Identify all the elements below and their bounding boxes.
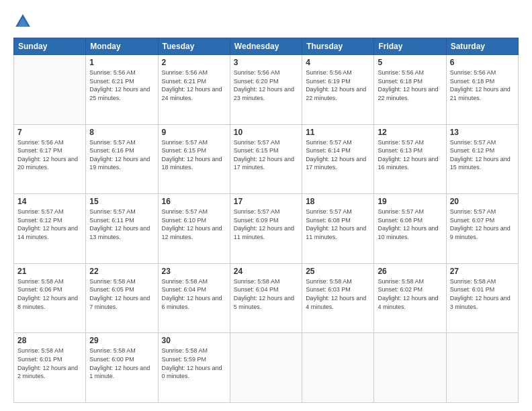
calendar-cell: 23Sunrise: 5:58 AMSunset: 6:04 PMDayligh…	[158, 263, 230, 333]
calendar-table: SundayMondayTuesdayWednesdayThursdayFrid…	[13, 38, 519, 403]
calendar-cell: 24Sunrise: 5:58 AMSunset: 6:04 PMDayligh…	[230, 263, 302, 333]
day-info: Sunrise: 5:56 AMSunset: 6:21 PMDaylight:…	[89, 68, 154, 102]
day-number: 16	[162, 197, 226, 206]
calendar-cell: 11Sunrise: 5:57 AMSunset: 6:14 PMDayligh…	[302, 124, 374, 194]
day-number: 23	[162, 267, 226, 276]
calendar-cell: 8Sunrise: 5:57 AMSunset: 6:16 PMDaylight…	[86, 124, 158, 194]
day-info: Sunrise: 5:58 AMSunset: 6:05 PMDaylight:…	[89, 277, 154, 311]
day-info: Sunrise: 5:58 AMSunset: 6:02 PMDaylight:…	[378, 277, 442, 311]
day-info: Sunrise: 5:56 AMSunset: 6:20 PMDaylight:…	[234, 68, 298, 102]
header-day-tuesday: Tuesday	[158, 38, 230, 55]
logo	[13, 12, 35, 31]
calendar-cell: 5Sunrise: 5:56 AMSunset: 6:18 PMDaylight…	[374, 55, 446, 125]
day-number: 9	[162, 128, 226, 137]
day-number: 26	[378, 267, 442, 276]
calendar-cell: 28Sunrise: 5:58 AMSunset: 6:01 PMDayligh…	[14, 333, 86, 403]
calendar-week-1: 1Sunrise: 5:56 AMSunset: 6:21 PMDaylight…	[14, 55, 519, 125]
day-number: 30	[162, 336, 226, 345]
calendar-body: 1Sunrise: 5:56 AMSunset: 6:21 PMDaylight…	[14, 55, 519, 403]
day-info: Sunrise: 5:57 AMSunset: 6:11 PMDaylight:…	[89, 208, 154, 241]
header-day-wednesday: Wednesday	[230, 38, 302, 55]
day-info: Sunrise: 5:57 AMSunset: 6:15 PMDaylight:…	[234, 138, 298, 172]
calendar-cell: 10Sunrise: 5:57 AMSunset: 6:15 PMDayligh…	[230, 124, 302, 194]
day-number: 22	[89, 267, 154, 276]
day-info: Sunrise: 5:57 AMSunset: 6:10 PMDaylight:…	[162, 208, 226, 241]
day-number: 3	[234, 58, 298, 67]
calendar-cell: 22Sunrise: 5:58 AMSunset: 6:05 PMDayligh…	[86, 263, 158, 333]
calendar-cell: 3Sunrise: 5:56 AMSunset: 6:20 PMDaylight…	[230, 55, 302, 125]
calendar-cell: 16Sunrise: 5:57 AMSunset: 6:10 PMDayligh…	[158, 194, 230, 264]
day-info: Sunrise: 5:58 AMSunset: 6:00 PMDaylight:…	[89, 347, 154, 380]
calendar-cell: 1Sunrise: 5:56 AMSunset: 6:21 PMDaylight…	[86, 55, 158, 125]
calendar-cell: 20Sunrise: 5:57 AMSunset: 6:07 PMDayligh…	[446, 194, 518, 264]
day-info: Sunrise: 5:58 AMSunset: 6:01 PMDaylight:…	[17, 347, 82, 380]
calendar-header: SundayMondayTuesdayWednesdayThursdayFrid…	[14, 38, 519, 55]
day-number: 25	[306, 267, 370, 276]
calendar-cell	[302, 333, 374, 403]
calendar-cell: 14Sunrise: 5:57 AMSunset: 6:12 PMDayligh…	[14, 194, 86, 264]
day-number: 5	[378, 58, 442, 67]
day-info: Sunrise: 5:57 AMSunset: 6:09 PMDaylight:…	[234, 208, 298, 241]
calendar-cell: 29Sunrise: 5:58 AMSunset: 6:00 PMDayligh…	[86, 333, 158, 403]
day-info: Sunrise: 5:57 AMSunset: 6:12 PMDaylight:…	[17, 208, 82, 241]
day-info: Sunrise: 5:57 AMSunset: 6:15 PMDaylight:…	[162, 138, 226, 172]
header-day-sunday: Sunday	[14, 38, 86, 55]
calendar-cell: 18Sunrise: 5:57 AMSunset: 6:08 PMDayligh…	[302, 194, 374, 264]
day-number: 19	[378, 197, 442, 206]
calendar-cell: 13Sunrise: 5:57 AMSunset: 6:12 PMDayligh…	[446, 124, 518, 194]
day-number: 20	[450, 197, 515, 206]
day-number: 28	[17, 336, 82, 345]
calendar-cell: 26Sunrise: 5:58 AMSunset: 6:02 PMDayligh…	[374, 263, 446, 333]
day-number: 10	[234, 128, 298, 137]
day-info: Sunrise: 5:58 AMSunset: 6:06 PMDaylight:…	[17, 277, 82, 311]
day-number: 15	[89, 197, 154, 206]
day-number: 27	[450, 267, 515, 276]
calendar-cell	[14, 55, 86, 125]
day-number: 17	[234, 197, 298, 206]
calendar-cell: 9Sunrise: 5:57 AMSunset: 6:15 PMDaylight…	[158, 124, 230, 194]
day-number: 6	[450, 58, 515, 67]
day-number: 11	[306, 128, 370, 137]
day-info: Sunrise: 5:57 AMSunset: 6:07 PMDaylight:…	[450, 208, 515, 241]
header-day-monday: Monday	[86, 38, 158, 55]
calendar-cell: 25Sunrise: 5:58 AMSunset: 6:03 PMDayligh…	[302, 263, 374, 333]
calendar-cell: 17Sunrise: 5:57 AMSunset: 6:09 PMDayligh…	[230, 194, 302, 264]
day-info: Sunrise: 5:58 AMSunset: 6:03 PMDaylight:…	[306, 277, 370, 311]
day-info: Sunrise: 5:57 AMSunset: 6:08 PMDaylight:…	[378, 208, 442, 241]
day-number: 7	[17, 128, 82, 137]
day-number: 24	[234, 267, 298, 276]
day-info: Sunrise: 5:56 AMSunset: 6:18 PMDaylight:…	[450, 68, 515, 102]
page: SundayMondayTuesdayWednesdayThursdayFrid…	[0, 0, 532, 411]
calendar-cell: 27Sunrise: 5:58 AMSunset: 6:01 PMDayligh…	[446, 263, 518, 333]
header-day-saturday: Saturday	[446, 38, 518, 55]
day-info: Sunrise: 5:56 AMSunset: 6:19 PMDaylight:…	[306, 68, 370, 102]
day-info: Sunrise: 5:56 AMSunset: 6:17 PMDaylight:…	[17, 138, 82, 172]
day-number: 13	[450, 128, 515, 137]
calendar-cell: 7Sunrise: 5:56 AMSunset: 6:17 PMDaylight…	[14, 124, 86, 194]
calendar-cell: 15Sunrise: 5:57 AMSunset: 6:11 PMDayligh…	[86, 194, 158, 264]
day-number: 21	[17, 267, 82, 276]
calendar-week-3: 14Sunrise: 5:57 AMSunset: 6:12 PMDayligh…	[14, 194, 519, 264]
day-number: 12	[378, 128, 442, 137]
day-info: Sunrise: 5:56 AMSunset: 6:21 PMDaylight:…	[162, 68, 226, 102]
logo-icon	[13, 12, 32, 31]
calendar-cell: 12Sunrise: 5:57 AMSunset: 6:13 PMDayligh…	[374, 124, 446, 194]
calendar-week-2: 7Sunrise: 5:56 AMSunset: 6:17 PMDaylight…	[14, 124, 519, 194]
header-row: SundayMondayTuesdayWednesdayThursdayFrid…	[14, 38, 519, 55]
day-info: Sunrise: 5:57 AMSunset: 6:13 PMDaylight:…	[378, 138, 442, 172]
header-day-friday: Friday	[374, 38, 446, 55]
header	[13, 12, 519, 31]
calendar-cell: 19Sunrise: 5:57 AMSunset: 6:08 PMDayligh…	[374, 194, 446, 264]
calendar-week-5: 28Sunrise: 5:58 AMSunset: 6:01 PMDayligh…	[14, 333, 519, 403]
day-info: Sunrise: 5:58 AMSunset: 5:59 PMDaylight:…	[162, 347, 226, 380]
calendar-cell	[446, 333, 518, 403]
calendar-cell: 2Sunrise: 5:56 AMSunset: 6:21 PMDaylight…	[158, 55, 230, 125]
day-info: Sunrise: 5:57 AMSunset: 6:14 PMDaylight:…	[306, 138, 370, 172]
calendar-week-4: 21Sunrise: 5:58 AMSunset: 6:06 PMDayligh…	[14, 263, 519, 333]
day-info: Sunrise: 5:58 AMSunset: 6:01 PMDaylight:…	[450, 277, 515, 311]
day-number: 29	[89, 336, 154, 345]
day-number: 1	[89, 58, 154, 67]
day-number: 18	[306, 197, 370, 206]
day-number: 8	[89, 128, 154, 137]
day-info: Sunrise: 5:58 AMSunset: 6:04 PMDaylight:…	[162, 277, 226, 311]
